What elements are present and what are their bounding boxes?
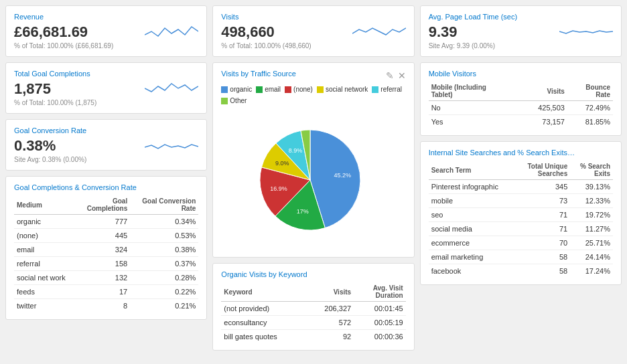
referral-dot [372, 86, 378, 93]
table-row: bill gates quotes9200:00:36 [221, 330, 405, 344]
exits-cell: 25.71% [570, 236, 613, 250]
goal-conversion-subtitle: Site Avg: 0.38% (0.00%) [14, 156, 145, 163]
search-col-searches: Total UniqueSearches [516, 161, 570, 180]
table-row: ecommerce7025.71% [429, 236, 613, 250]
medium-cell: (none) [14, 229, 77, 243]
medium-cell: social net work [14, 271, 77, 285]
completions-cell: 445 [77, 229, 131, 243]
keyword-col-duration: Avg. VisitDuration [354, 282, 406, 302]
table-row: social media7111.27% [429, 222, 613, 236]
pie-label-4: 8.9% [289, 147, 303, 154]
organic-label: organic [230, 86, 252, 93]
social-dot [317, 86, 324, 93]
goals-col-rate: Goal ConversionRate [130, 195, 198, 215]
legend-organic: organic [221, 86, 252, 93]
keyword-title: Organic Visits by Keyword [221, 270, 405, 278]
bounce-cell: 72.49% [567, 101, 613, 115]
mobile-title: Mobile Visitors [429, 70, 613, 78]
completions-cell: 324 [77, 243, 131, 257]
visits-card: Visits 498,660 % of Total: 100.00% (498,… [212, 5, 414, 57]
rate-cell: 0.53% [130, 229, 198, 243]
table-row: econsultancy57200:05:19 [221, 316, 405, 330]
table-row: referral1580.37% [14, 257, 198, 271]
search-title: Internal Site Searches and % Search Exit… [429, 149, 613, 157]
goal-conversion-title: Goal Conversion Rate [14, 126, 145, 134]
medium-cell: organic [14, 215, 77, 229]
organic-dot [221, 86, 228, 93]
rate-cell: 0.38% [130, 243, 198, 257]
table-row: Pinterest infographic34539.13% [429, 180, 613, 194]
legend-other: Other [221, 97, 247, 104]
table-row: organic7770.34% [14, 215, 198, 229]
bounce-cell: 81.85% [567, 115, 613, 129]
goal-completions-title: Total Goal Completions [14, 70, 145, 78]
legend-referral: referral [372, 86, 402, 93]
right-column: Avg. Page Load Time (sec) 9.39 Site Avg:… [420, 5, 622, 351]
goals-table-card: Goal Completions & Conversion Rate Mediu… [5, 176, 207, 320]
searches-cell: 73 [516, 194, 570, 208]
visits-cell: 73,157 [519, 115, 567, 129]
referral-label: referral [380, 86, 402, 93]
mobile-col-bounce: BounceRate [567, 82, 613, 101]
medium-cell: email [14, 243, 77, 257]
visits-subtitle: % of Total: 100.00% (498,660) [221, 42, 352, 50]
term-cell: ecommerce [429, 236, 516, 250]
table-row: facebook5817.24% [429, 264, 613, 278]
search-col-term: Search Term [429, 161, 516, 180]
pie-label-1: 17% [297, 208, 309, 215]
legend-none: (none) [285, 86, 313, 93]
mobile-col-visits: Visits [519, 82, 567, 101]
email-dot [256, 86, 263, 93]
term-cell: Pinterest infographic [429, 180, 516, 194]
revenue-sparkline [145, 21, 198, 41]
goals-col-medium: Medium [14, 195, 77, 215]
traffic-title: Visits by Traffic Source [221, 70, 295, 78]
rate-cell: 0.21% [130, 299, 198, 313]
keyword-cell: (not provided) [221, 302, 307, 316]
pie-label-0: 45.2% [334, 172, 351, 179]
rate-cell: 0.37% [130, 257, 198, 271]
revenue-subtitle: % of Total: 100.00% (£66,681.69) [14, 42, 145, 50]
exits-cell: 17.24% [570, 264, 613, 278]
left-column: Revenue £66,681.69 % of Total: 100.00% (… [5, 5, 207, 351]
edit-icon[interactable]: ✎ [386, 70, 394, 81]
searches-cell: 70 [516, 236, 570, 250]
medium-cell: feeds [14, 285, 77, 299]
rate-cell: 0.22% [130, 285, 198, 299]
table-row: mobile7312.33% [429, 194, 613, 208]
page-load-metric: Avg. Page Load Time (sec) 9.39 Site Avg:… [429, 13, 559, 50]
social-label: social network [326, 86, 368, 93]
pie-label-3: 9.0% [275, 160, 289, 167]
keyword-table: Keyword Visits Avg. VisitDuration (not p… [221, 282, 405, 343]
traffic-source-card: Visits by Traffic Source ✎ ✕ organic ema… [212, 62, 414, 258]
mobile-card: Mobile Visitors Mobile (IncludingTablet)… [420, 62, 622, 136]
table-row: feeds170.22% [14, 285, 198, 299]
visits-value: 498,660 [221, 23, 352, 41]
keyword-card: Organic Visits by Keyword Keyword Visits… [212, 263, 414, 351]
search-col-exits: % SearchExits [570, 161, 613, 180]
searches-cell: 58 [516, 250, 570, 264]
table-row: (not provided)206,32700:01:45 [221, 302, 405, 316]
none-dot [285, 86, 291, 93]
goal-completions-sparkline [145, 78, 198, 98]
type-cell: No [429, 101, 520, 115]
traffic-actions[interactable]: ✎ ✕ [386, 70, 406, 81]
keyword-col-visits: Visits [307, 282, 354, 302]
revenue-value: £66,681.69 [14, 23, 145, 41]
legend-email: email [256, 86, 281, 93]
revenue-title: Revenue [14, 13, 145, 21]
page-load-subtitle: Site Avg: 9.39 (0.00%) [429, 42, 559, 50]
search-table: Search Term Total UniqueSearches % Searc… [429, 161, 613, 278]
table-row: Yes73,15781.85% [429, 115, 613, 129]
duration-cell: 00:01:45 [354, 302, 406, 316]
completions-cell: 8 [77, 299, 131, 313]
completions-cell: 132 [77, 271, 131, 285]
pie-chart: 45.2%17%16.9%9.0%8.9% [247, 116, 380, 244]
close-icon[interactable]: ✕ [398, 70, 406, 81]
exits-cell: 19.72% [570, 208, 613, 222]
rate-cell: 0.34% [130, 215, 198, 229]
goal-completions-metric: Total Goal Completions 1,875 % of Total:… [14, 70, 145, 106]
keyword-cell: econsultancy [221, 316, 307, 330]
mobile-table: Mobile (IncludingTablet) Visits BounceRa… [429, 82, 613, 128]
term-cell: email marketing [429, 250, 516, 264]
